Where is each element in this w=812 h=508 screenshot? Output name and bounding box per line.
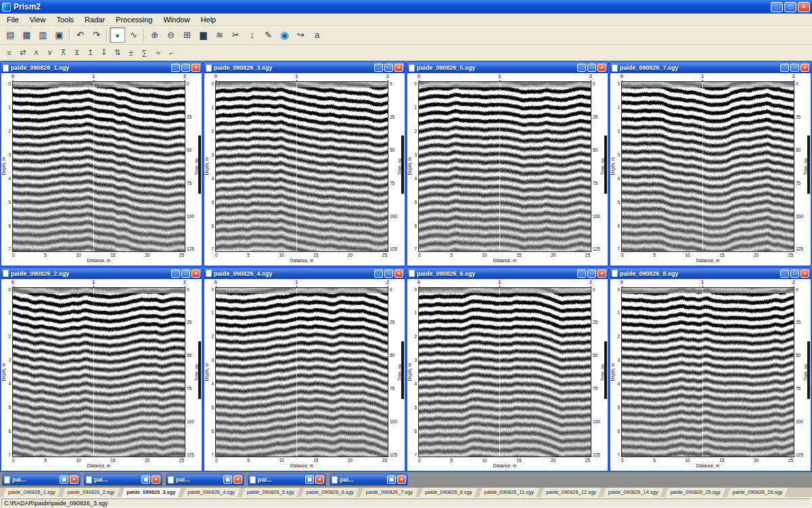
print-icon[interactable]: ▥: [35, 27, 51, 43]
minimized-window[interactable]: pai...▣×: [330, 473, 408, 486]
close-button[interactable]: ×: [800, 270, 809, 278]
menu-item-radar[interactable]: Radar: [79, 15, 110, 24]
close-button[interactable]: ×: [397, 475, 406, 484]
minimize-button[interactable]: _: [780, 64, 789, 72]
maximize-button[interactable]: □: [790, 270, 799, 278]
redo-icon[interactable]: ↷: [89, 27, 104, 43]
close-button[interactable]: ×: [394, 270, 403, 278]
minimize-button[interactable]: _: [374, 64, 383, 72]
minimize-button[interactable]: _: [171, 270, 180, 278]
open-icon[interactable]: ▤: [3, 27, 18, 43]
clip-top-icon[interactable]: ⊼: [57, 46, 70, 59]
pencil-icon[interactable]: ✎: [261, 27, 276, 43]
restore-button[interactable]: ▣: [305, 475, 314, 484]
maximize-button[interactable]: □: [790, 64, 799, 72]
restore-button[interactable]: ▣: [223, 475, 232, 484]
menu-item-file[interactable]: File: [1, 15, 24, 24]
minimize-button[interactable]: _: [771, 2, 783, 12]
trace-flip-icon[interactable]: ⇄: [16, 46, 29, 59]
radargram-canvas[interactable]: [12, 81, 185, 252]
radargram-canvas[interactable]: [215, 81, 388, 252]
mdi-titlebar[interactable]: paide_090826_5.sgy_□×: [407, 62, 608, 73]
restore-button[interactable]: ▣: [141, 475, 150, 484]
wavelet-icon[interactable]: ∿: [126, 27, 141, 43]
save-icon[interactable]: ▦: [19, 27, 35, 43]
file-tab[interactable]: paide_090826_11.sgy: [479, 488, 539, 497]
minimized-window[interactable]: pai...▣×: [166, 473, 244, 486]
save-all-icon[interactable]: ▣: [51, 27, 67, 43]
maximize-button[interactable]: □: [587, 270, 596, 278]
minimized-window[interactable]: pai...▣×: [248, 473, 326, 486]
zoom-in-icon[interactable]: ⊕: [147, 27, 162, 43]
mdi-titlebar[interactable]: paide_090826_2.sgy_□×: [1, 268, 202, 279]
close-button[interactable]: ×: [191, 270, 200, 278]
mdi-titlebar[interactable]: paide_090826_8.sgy_□×: [610, 268, 811, 279]
mdi-titlebar[interactable]: paide_090826_3.sgy_□×: [204, 62, 405, 73]
stack-icon[interactable]: ∑: [138, 46, 151, 59]
maximize-button[interactable]: □: [181, 64, 190, 72]
close-button[interactable]: ×: [798, 2, 810, 12]
radargram-canvas[interactable]: [418, 81, 591, 252]
close-button[interactable]: ×: [597, 270, 606, 278]
gain-icon[interactable]: ±: [125, 46, 137, 59]
file-tab[interactable]: paide_090826_26.sgy: [727, 488, 788, 497]
file-tab[interactable]: paide_090826_6.sgy: [301, 488, 359, 497]
maximize-button[interactable]: □: [784, 2, 796, 12]
minimize-button[interactable]: _: [577, 64, 586, 72]
menu-item-view[interactable]: View: [24, 15, 51, 24]
close-button[interactable]: ×: [597, 64, 606, 72]
minimize-button[interactable]: _: [577, 270, 586, 278]
export-icon[interactable]: ↪: [293, 27, 309, 43]
file-tab[interactable]: paide_090826_8.sgy: [420, 488, 478, 497]
minimize-button[interactable]: _: [780, 270, 789, 278]
close-button[interactable]: ×: [394, 64, 403, 72]
clip-bottom-icon[interactable]: ⊻: [70, 46, 83, 59]
file-tab[interactable]: paide_090826_4.sgy: [182, 488, 240, 497]
mdi-titlebar[interactable]: paide_090826_7.sgy_□×: [610, 62, 811, 73]
minimized-window[interactable]: pai...▣×: [2, 473, 81, 486]
titlebar[interactable]: Prism2 _ □ ×: [0, 0, 812, 14]
file-tab[interactable]: paide_090826_25.sgy: [665, 488, 726, 497]
point-tool-icon[interactable]: ●: [110, 27, 125, 43]
radargram-canvas[interactable]: [621, 287, 794, 458]
maximize-button[interactable]: □: [181, 270, 190, 278]
maximize-button[interactable]: □: [587, 64, 596, 72]
menu-item-help[interactable]: Help: [196, 15, 222, 24]
zoom-out-icon[interactable]: ⊖: [163, 27, 179, 43]
radargram-canvas[interactable]: [215, 287, 388, 458]
file-tab[interactable]: paide_090826_1.sgy: [3, 488, 61, 497]
radargram-canvas[interactable]: [12, 287, 185, 458]
peak-down-icon[interactable]: ∨: [43, 46, 56, 59]
file-tab[interactable]: paide_090826_14.sgy: [603, 488, 664, 497]
vertical-stretch-icon[interactable]: ↕: [244, 27, 260, 43]
menu-item-tools[interactable]: Tools: [51, 15, 79, 24]
close-button[interactable]: ×: [70, 475, 78, 484]
file-tab[interactable]: paide_090826_7.sgy: [360, 488, 418, 497]
minimize-button[interactable]: _: [171, 64, 180, 72]
mdi-titlebar[interactable]: paide_090826_6.sgy_□×: [407, 268, 608, 279]
close-button[interactable]: ×: [152, 475, 160, 484]
shift-up-icon[interactable]: ↥: [84, 46, 97, 59]
background-removal-icon[interactable]: ⌐: [165, 46, 178, 59]
globe-icon[interactable]: ◉: [277, 27, 292, 43]
wiggle-trace-icon[interactable]: ≋: [212, 27, 227, 43]
mdi-titlebar[interactable]: paide_090826_4.sgy_□×: [204, 268, 405, 279]
file-tab[interactable]: paide_090826_12.sgy: [541, 488, 602, 497]
maximize-button[interactable]: □: [384, 270, 393, 278]
smooth-icon[interactable]: ≈: [152, 46, 164, 59]
radargram-canvas[interactable]: [418, 287, 591, 458]
dewow-icon[interactable]: ≡: [3, 46, 16, 59]
minimize-button[interactable]: _: [374, 270, 383, 278]
radargram-canvas[interactable]: [621, 81, 794, 252]
close-button[interactable]: ×: [233, 475, 242, 484]
peak-up-icon[interactable]: ∧: [30, 46, 43, 59]
file-tab[interactable]: paide_090826_2.sgy: [62, 488, 120, 497]
shift-down-icon[interactable]: ↧: [97, 46, 110, 59]
close-button[interactable]: ×: [315, 475, 324, 484]
file-tab[interactable]: paide_090826_5.sgy: [242, 488, 300, 497]
font-icon[interactable]: a: [309, 27, 325, 43]
maximize-button[interactable]: □: [384, 64, 393, 72]
close-button[interactable]: ×: [191, 64, 200, 72]
swap-traces-icon[interactable]: ⇅: [111, 46, 124, 59]
file-tab[interactable]: paide_090826_3.sgy: [121, 488, 181, 497]
